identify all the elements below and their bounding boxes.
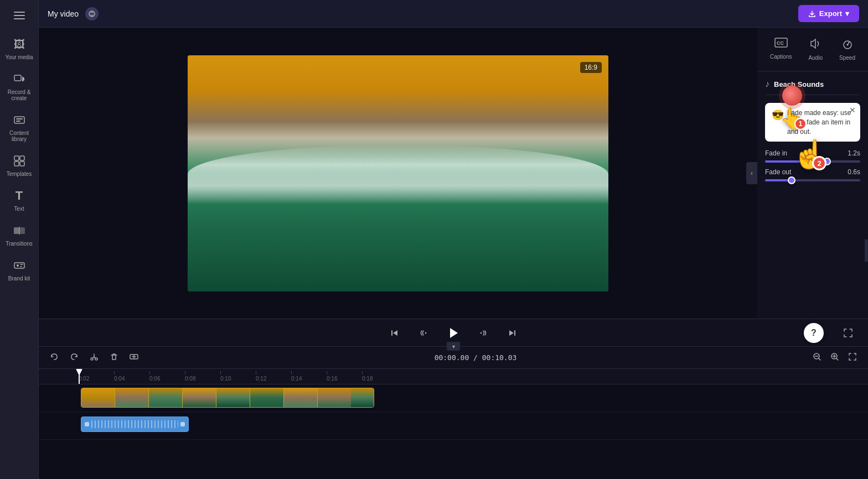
svg-rect-0 — [14, 75, 21, 81]
hamburger-line — [14, 18, 25, 19]
ruler-label: 0:04 — [114, 376, 125, 382]
timeline-collapse-btn[interactable]: ▾ — [447, 342, 460, 351]
audio-drag-handle-left[interactable] — [85, 422, 89, 426]
svg-rect-10 — [20, 227, 25, 234]
delete-button[interactable] — [107, 350, 121, 366]
sidebar-item-text[interactable]: T Text — [3, 184, 36, 216]
timeline-time-display: 00:00.00 / 00:10.03 — [147, 353, 804, 362]
sidebar-item-content-library[interactable]: Content library — [3, 108, 36, 147]
zoom-out-button[interactable] — [810, 350, 824, 366]
skip-to-end-button[interactable] — [503, 324, 521, 342]
svg-rect-7 — [14, 162, 19, 166]
play-button[interactable] — [443, 323, 463, 343]
fade-out-slider[interactable] — [765, 179, 860, 181]
rewind-button[interactable] — [415, 324, 432, 342]
svg-rect-6 — [20, 156, 24, 160]
aspect-ratio-badge[interactable]: 16:9 — [580, 62, 602, 73]
ruler-mark-0:08: 0:08 — [185, 371, 220, 382]
sidebar-item-brand-kit[interactable]: Brand kit — [3, 253, 36, 286]
video-clip[interactable] — [81, 388, 374, 408]
audio-clip[interactable] — [81, 416, 189, 432]
sidebar-item-transitions[interactable]: Transitions — [3, 218, 36, 251]
audio-icon — [809, 38, 822, 53]
ruler-tick — [327, 371, 327, 374]
hamburger-line — [14, 15, 25, 16]
export-chevron: ▾ — [845, 9, 849, 18]
sidebar-item-label: Content library — [5, 130, 34, 142]
audio-track-content[interactable] — [79, 412, 868, 439]
playback-controls: ? ▾ — [39, 319, 868, 346]
timeline-ruler: 0:02 0:04 0:06 0:08 0:10 0:12 — [39, 369, 868, 384]
tooltip-emoji: 😎 — [772, 108, 784, 122]
text-icon: T — [12, 188, 27, 204]
ruler-label: 0:10 — [220, 376, 231, 382]
fade-out-label: Fade out — [765, 168, 791, 176]
ruler-tick — [256, 371, 256, 374]
sidebar-item-label: Transitions — [6, 241, 33, 247]
svg-rect-5 — [14, 156, 19, 160]
skip-to-start-button[interactable] — [386, 324, 404, 342]
ruler-mark-0:12: 0:12 — [256, 371, 291, 382]
ruler-mark-0:16: 0:16 — [327, 371, 362, 382]
fade-out-control: Fade out 0.6s — [765, 168, 860, 181]
main-area: My video Export ▾ — [39, 0, 868, 479]
ruler-tick — [362, 371, 363, 374]
sidebar-item-your-media[interactable]: 🖼 Your media — [3, 32, 36, 65]
svg-rect-4 — [16, 121, 20, 122]
topbar: My video Export ▾ — [39, 0, 868, 28]
fade-in-thumb[interactable] — [823, 158, 831, 165]
add-track-button[interactable] — [127, 350, 141, 366]
fade-out-label-row: Fade out 0.6s — [765, 168, 860, 176]
sync-icon[interactable] — [85, 7, 99, 20]
fullscreen-button[interactable] — [839, 324, 857, 342]
svg-rect-3 — [16, 118, 23, 119]
sidebar-item-label: Your media — [5, 54, 33, 60]
project-title[interactable]: My video — [48, 9, 79, 18]
video-track-content[interactable] — [79, 384, 868, 412]
redo-button[interactable] — [68, 350, 81, 366]
audio-tab[interactable]: Audio — [805, 34, 826, 64]
audio-drag-handle-right[interactable] — [180, 422, 185, 426]
captions-label: Captions — [770, 54, 792, 60]
brand-kit-icon — [12, 258, 27, 273]
sidebar-collapse-btn[interactable]: › — [865, 240, 868, 262]
canvas-area: 16:9 ‹ — [39, 28, 757, 319]
sidebar-item-label: Brand kit — [8, 275, 30, 282]
sidebar-item-templates[interactable]: Templates — [3, 149, 36, 181]
video-track-row — [39, 384, 868, 412]
playhead[interactable] — [79, 369, 80, 384]
audio-waveform — [91, 420, 178, 428]
audio-track-row — [39, 412, 868, 440]
sidebar-item-label: Record & create — [5, 89, 34, 101]
track-name-header: ♪ Beach Sounds — [765, 79, 860, 95]
audio-label: Audio — [808, 55, 823, 61]
ruler-tick — [149, 371, 150, 374]
ruler-tick — [114, 371, 115, 374]
tooltip-close-button[interactable]: ✕ — [849, 106, 856, 114]
record-create-icon — [12, 71, 27, 87]
fast-forward-button[interactable] — [474, 324, 492, 342]
help-button[interactable]: ? — [804, 323, 824, 343]
ruler-tick — [220, 371, 221, 374]
svg-line-36 — [836, 358, 838, 360]
fade-out-thumb[interactable] — [788, 176, 795, 184]
fade-in-label: Fade in — [765, 149, 787, 157]
fade-in-slider[interactable] — [765, 160, 860, 163]
captions-tab[interactable]: CC Captions — [767, 34, 795, 64]
hamburger-menu[interactable] — [3, 6, 36, 25]
fade-in-control: Fade in 1.2s — [765, 149, 860, 163]
right-panel-toggle[interactable]: ‹ — [746, 162, 757, 184]
your-media-icon: 🖼 — [12, 37, 27, 52]
undo-button[interactable] — [48, 350, 61, 366]
sidebar-item-label: Templates — [7, 171, 32, 177]
track-name: Beach Sounds — [774, 80, 824, 88]
export-button[interactable]: Export ▾ — [798, 5, 859, 22]
zoom-in-button[interactable] — [828, 350, 841, 366]
fullscreen-timeline-button[interactable] — [846, 350, 859, 366]
speed-tab[interactable]: Speed — [836, 34, 859, 64]
ruler-label: 0:08 — [185, 376, 195, 382]
cut-button[interactable] — [87, 350, 101, 366]
sidebar-item-record-create[interactable]: Record & create — [3, 67, 36, 106]
ruler-mark-0:18: 0:18 — [362, 371, 397, 382]
right-panel-icons: CC Captions Audio — [757, 28, 868, 71]
